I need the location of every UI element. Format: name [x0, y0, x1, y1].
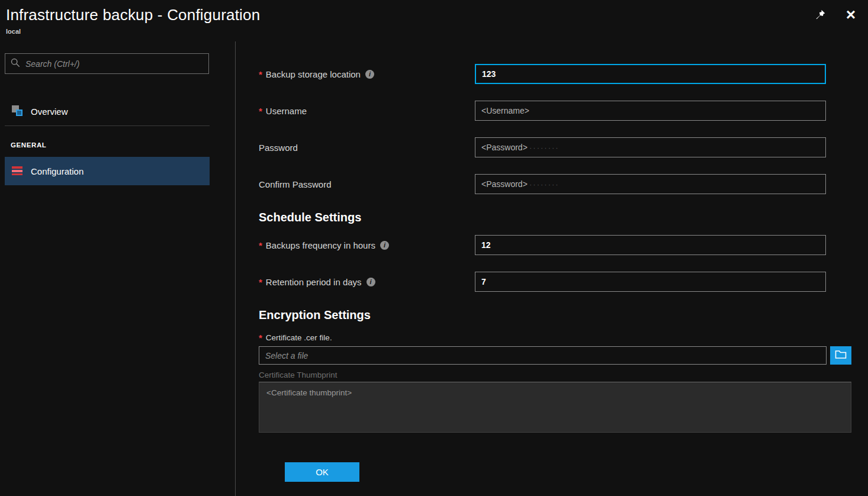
certificate-file-row: [259, 346, 851, 365]
retention-period-input[interactable]: [475, 272, 826, 292]
search-input[interactable]: [25, 59, 204, 69]
password-row: Password ········: [259, 137, 851, 157]
search-icon: [10, 57, 21, 70]
retention-period-row: * Retention period in days i: [259, 272, 851, 292]
blade-header: Infrastructure backup - Configuration lo…: [0, 0, 868, 41]
backup-frequency-row: * Backups frequency in hours i: [259, 235, 851, 255]
required-marker: *: [259, 277, 262, 287]
infrastructure-backup-blade: Infrastructure backup - Configuration lo…: [0, 0, 868, 496]
browse-file-button[interactable]: [830, 346, 851, 365]
overview-icon: [11, 104, 24, 119]
backup-frequency-input[interactable]: [475, 235, 826, 255]
confirm-password-input-wrap: ········: [475, 174, 826, 194]
password-input[interactable]: [475, 137, 826, 157]
configuration-form: * Backup storage location i * Username P…: [236, 41, 868, 496]
username-input[interactable]: [475, 101, 826, 121]
password-label: Password: [259, 143, 475, 153]
sidebar-item-configuration[interactable]: Configuration: [5, 157, 210, 185]
page-subtitle: local: [6, 28, 868, 35]
page-title: Infrastructure backup - Configuration: [6, 6, 868, 24]
backup-storage-label: * Backup storage location i: [259, 69, 475, 79]
sidebar-item-label: Configuration: [31, 166, 83, 176]
confirm-password-label: Confirm Password: [259, 179, 475, 189]
required-marker: *: [259, 333, 262, 343]
confirm-password-input[interactable]: [475, 174, 826, 194]
blade-actions: ×: [811, 6, 860, 24]
blade-sidebar: Overview GENERAL Configuration: [0, 41, 236, 496]
password-input-wrap: ········: [475, 137, 826, 157]
backup-frequency-label: * Backups frequency in hours i: [259, 240, 475, 250]
pin-icon[interactable]: [811, 6, 829, 24]
encryption-settings-heading: Encryption Settings: [259, 308, 851, 322]
sidebar-item-overview[interactable]: Overview: [5, 98, 210, 126]
folder-icon: [835, 350, 847, 361]
required-marker: *: [259, 106, 262, 116]
certificate-thumbprint-label: Certificate Thumbprint: [259, 371, 851, 379]
sidebar-item-label: Overview: [31, 107, 68, 117]
certificate-file-label: * Certificate .cer file.: [259, 333, 851, 343]
confirm-password-row: Confirm Password ········: [259, 174, 851, 194]
username-row: * Username: [259, 101, 851, 121]
username-label: * Username: [259, 106, 475, 116]
required-marker: *: [259, 69, 262, 79]
info-icon[interactable]: i: [380, 241, 389, 250]
required-marker: *: [259, 240, 262, 250]
certificate-thumbprint-textarea[interactable]: [259, 382, 851, 433]
backup-storage-row: * Backup storage location i: [259, 64, 851, 84]
close-icon[interactable]: ×: [842, 6, 860, 24]
certificate-file-input[interactable]: [259, 346, 827, 365]
retention-period-label: * Retention period in days i: [259, 277, 475, 287]
ok-button[interactable]: OK: [285, 462, 359, 482]
sidebar-search[interactable]: [5, 53, 209, 74]
backup-storage-input[interactable]: [475, 64, 826, 84]
info-icon[interactable]: i: [365, 70, 374, 79]
info-icon[interactable]: i: [367, 278, 375, 286]
sidebar-section-general: GENERAL: [11, 141, 235, 149]
schedule-settings-heading: Schedule Settings: [259, 211, 851, 224]
configuration-icon: [11, 164, 24, 179]
